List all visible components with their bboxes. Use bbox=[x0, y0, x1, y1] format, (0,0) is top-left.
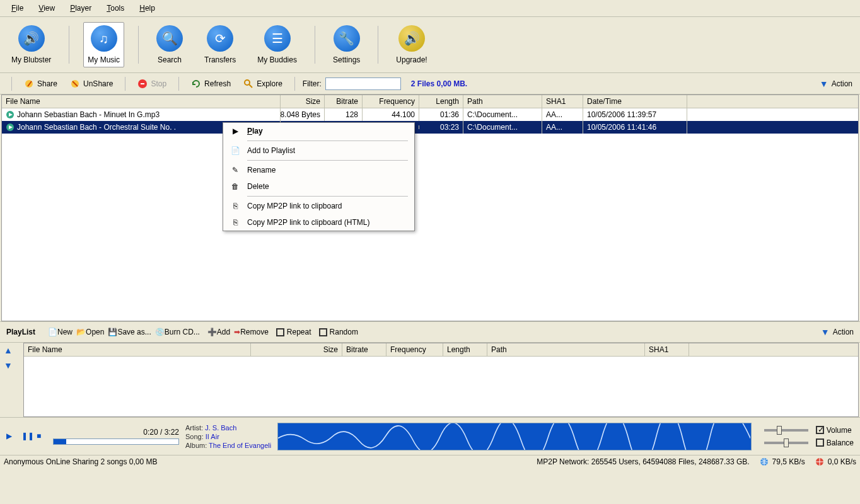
open-icon: 📂 bbox=[76, 328, 86, 336]
stop-button[interactable]: Stop bbox=[133, 77, 171, 91]
time-display: 0:20 / 3:22 bbox=[53, 428, 179, 437]
pl-col-bitrate[interactable]: Bitrate bbox=[342, 343, 386, 356]
toolbar-separator bbox=[138, 26, 139, 64]
myblubster-button[interactable]: 🔊 My Blubster bbox=[8, 23, 55, 67]
context-menu: ▶Play 📄Add to Playlist ✎Rename 🗑Delete ⎘… bbox=[223, 122, 415, 231]
secondary-toolbar: Share UnShare Stop Refresh Explore Filte… bbox=[0, 73, 860, 94]
playlist-remove-button[interactable]: ➡Remove bbox=[234, 328, 269, 336]
transfers-label: Transfers bbox=[204, 55, 236, 64]
repeat-checkbox[interactable]: Repeat bbox=[276, 328, 311, 336]
remove-icon: ➡ bbox=[234, 328, 240, 336]
menubar: File View Player Tools Help bbox=[0, 0, 860, 17]
cm-delete[interactable]: 🗑Delete bbox=[223, 178, 414, 195]
col-frequency[interactable]: Frequency bbox=[363, 95, 419, 108]
playlist-open-button[interactable]: 📂Open bbox=[76, 328, 104, 336]
status-bar: Anonymous OnLine Sharing 2 songs 0,00 MB… bbox=[0, 455, 860, 468]
col-filename[interactable]: File Name bbox=[2, 95, 281, 108]
playlist-action-button[interactable]: ▼Action bbox=[821, 327, 854, 337]
action-button[interactable]: ▼ Action bbox=[820, 79, 852, 89]
playlist-body: ▲ ▼ File Name Size Bitrate Frequency Len… bbox=[1, 343, 859, 417]
random-checkbox[interactable]: Random bbox=[319, 328, 358, 336]
col-bitrate[interactable]: Bitrate bbox=[325, 95, 363, 108]
balance-checkbox[interactable]: Balance bbox=[816, 438, 854, 447]
music-note-icon: ♫ bbox=[91, 25, 117, 52]
table-header: File Name Size Bitrate Frequency Length … bbox=[2, 95, 858, 108]
magnify-icon: 🔍 bbox=[156, 25, 183, 52]
mybuddies-label: My Buddies bbox=[257, 55, 297, 64]
playlist-new-button[interactable]: 📄New bbox=[48, 328, 73, 336]
menu-tools[interactable]: Tools bbox=[100, 2, 131, 14]
search-button[interactable]: 🔍 Search bbox=[153, 23, 187, 67]
svg-line-5 bbox=[249, 84, 252, 88]
pl-col-sha1[interactable]: SHA1 bbox=[645, 343, 689, 356]
explore-icon bbox=[243, 79, 253, 89]
pl-col-size[interactable]: Size bbox=[251, 343, 342, 356]
playlist-move-controls: ▲ ▼ bbox=[1, 343, 23, 417]
progress-bar[interactable] bbox=[53, 438, 179, 445]
move-up-icon[interactable]: ▲ bbox=[4, 345, 21, 355]
balance-slider[interactable] bbox=[764, 442, 808, 444]
volume-checkbox[interactable]: ✓Volume bbox=[816, 426, 852, 435]
cm-add-playlist[interactable]: 📄Add to Playlist bbox=[223, 142, 414, 159]
toolbar-separator bbox=[315, 26, 315, 64]
pl-col-length[interactable]: Length bbox=[443, 343, 487, 356]
menu-player[interactable]: Player bbox=[64, 2, 98, 14]
track-metadata: Artist: J. S. Bach Song: II Air Album: T… bbox=[185, 423, 271, 450]
pause-button[interactable]: ❚❚ bbox=[21, 432, 32, 442]
settings-button[interactable]: 🔧 Settings bbox=[329, 23, 364, 67]
volume-slider[interactable] bbox=[764, 429, 808, 432]
mymusic-button[interactable]: ♫ My Music bbox=[83, 22, 124, 67]
audio-file-icon bbox=[6, 110, 15, 119]
table-row[interactable]: Johann Sebastian Bach - Minuet In G.mp3 … bbox=[2, 108, 858, 121]
wrench-icon: 🔧 bbox=[334, 25, 360, 52]
mymusic-label: My Music bbox=[88, 55, 120, 64]
playlist-add-button[interactable]: ➕Add bbox=[207, 328, 230, 336]
stop-icon bbox=[137, 79, 148, 89]
playlist-add-icon: 📄 bbox=[230, 146, 241, 155]
playlist-burn-button[interactable]: 💿Burn CD... bbox=[155, 328, 200, 336]
menu-view[interactable]: View bbox=[32, 2, 61, 14]
action-icon: ▼ bbox=[821, 327, 830, 337]
rename-icon: ✎ bbox=[230, 166, 241, 175]
mybuddies-button[interactable]: ☰ My Buddies bbox=[253, 23, 301, 67]
col-size[interactable]: Size bbox=[281, 95, 325, 108]
share-button[interactable]: Share bbox=[20, 77, 62, 91]
move-down-icon[interactable]: ▼ bbox=[4, 360, 21, 370]
unshare-button[interactable]: UnShare bbox=[66, 77, 117, 91]
explore-button[interactable]: Explore bbox=[239, 77, 287, 91]
globe-icon bbox=[815, 457, 824, 466]
cm-play[interactable]: ▶Play bbox=[223, 123, 414, 139]
action-label: Action bbox=[832, 79, 852, 88]
playlist-table: File Name Size Bitrate Frequency Length … bbox=[23, 343, 859, 417]
col-sha1[interactable]: SHA1 bbox=[542, 95, 583, 108]
col-datetime[interactable]: Date/Time bbox=[583, 95, 687, 108]
artist-value: J. S. Bach bbox=[205, 424, 236, 432]
menu-file[interactable]: File bbox=[5, 2, 30, 14]
cm-copy-link[interactable]: ⎘Copy MP2P link to clipboard bbox=[223, 198, 414, 214]
delete-icon: 🗑 bbox=[230, 182, 241, 191]
pl-col-filename[interactable]: File Name bbox=[24, 343, 251, 356]
pl-col-frequency[interactable]: Frequency bbox=[386, 343, 443, 356]
playlist-saveas-button[interactable]: 💾Save as... bbox=[108, 328, 151, 336]
transfers-button[interactable]: ⟳ Transfers bbox=[200, 23, 240, 67]
col-path[interactable]: Path bbox=[463, 95, 542, 108]
song-value: II Air bbox=[206, 433, 219, 440]
menu-help[interactable]: Help bbox=[133, 2, 161, 14]
playlist-title: PlayList bbox=[6, 328, 35, 336]
doc-icon: 📄 bbox=[48, 328, 57, 336]
myblubster-label: My Blubster bbox=[11, 55, 51, 64]
refresh-button[interactable]: Refresh bbox=[187, 77, 235, 91]
pl-col-path[interactable]: Path bbox=[487, 343, 645, 356]
filter-input[interactable] bbox=[325, 77, 401, 90]
upgrade-button[interactable]: 🔊 Upgrade! bbox=[392, 23, 431, 67]
stop-button[interactable]: ■ bbox=[37, 432, 47, 442]
search-label: Search bbox=[158, 55, 182, 64]
cm-copy-link-html[interactable]: ⎘Copy MP2P link to clipboard (HTML) bbox=[223, 214, 414, 231]
table-row[interactable]: Johann Sebastian Bach - Orchestral Suite… bbox=[2, 121, 858, 134]
play-button[interactable]: ▶ bbox=[6, 432, 16, 442]
col-length[interactable]: Length bbox=[419, 95, 463, 108]
cm-rename[interactable]: ✎Rename bbox=[223, 162, 414, 178]
refresh-icon bbox=[191, 79, 201, 89]
share-label: Share bbox=[37, 79, 57, 88]
filter-label: Filter: bbox=[303, 79, 322, 88]
